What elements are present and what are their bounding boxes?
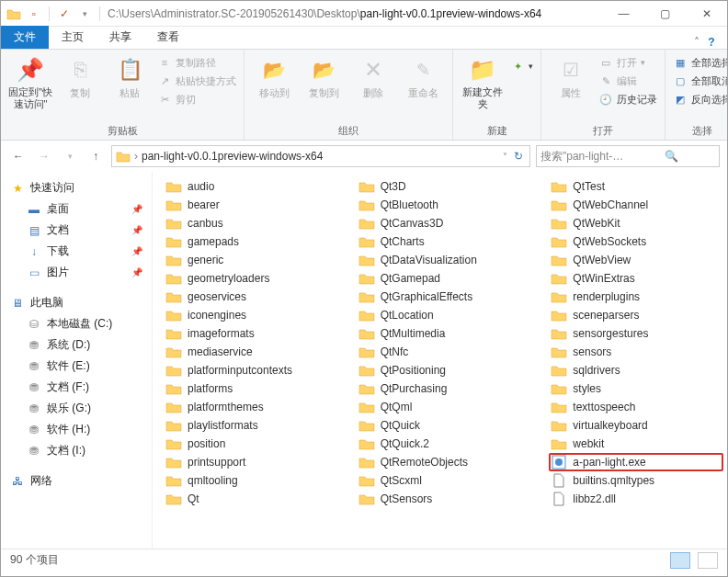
address-bar[interactable]: › pan-light-v0.0.1preview-windows-x64 ˅ … <box>111 145 530 167</box>
breadcrumb-folder[interactable]: pan-light-v0.0.1preview-windows-x64 <box>142 150 323 163</box>
list-item[interactable]: renderplugins <box>549 288 723 306</box>
open-button[interactable]: ▭打开▾ <box>598 55 657 70</box>
list-item[interactable]: geoservices <box>164 288 338 306</box>
list-item[interactable]: position <box>164 435 338 453</box>
list-item[interactable]: QtPositioning <box>357 361 531 379</box>
list-item[interactable]: QtMultimedia <box>357 324 531 343</box>
sidebar-network[interactable]: 🖧网络 <box>1 470 152 492</box>
rename-button[interactable]: ✎重命名 <box>401 53 445 100</box>
back-button[interactable]: ← <box>8 146 28 166</box>
list-item[interactable]: Qt <box>164 490 338 508</box>
list-item[interactable]: generic <box>164 251 338 269</box>
refresh-button[interactable]: ↻ <box>511 149 526 164</box>
search-icon[interactable]: 🔍 <box>628 149 715 164</box>
ribbon-collapse-icon[interactable]: ˄ <box>694 36 705 49</box>
list-item[interactable]: virtualkeyboard <box>549 416 723 435</box>
breadcrumb-sep[interactable]: › <box>134 150 138 163</box>
list-item[interactable]: QtGamepad <box>357 269 531 288</box>
list-item[interactable]: QtScxml <box>357 471 531 490</box>
details-view-button[interactable] <box>670 552 690 569</box>
list-item[interactable]: texttospeech <box>549 398 723 416</box>
edit-button[interactable]: ✎编辑 <box>598 74 657 88</box>
list-item[interactable]: QtWebSockets <box>549 232 723 251</box>
list-item[interactable]: QtCharts <box>357 232 531 251</box>
paste-shortcut-button[interactable]: ↗粘贴快捷方式 <box>157 74 236 88</box>
list-item[interactable]: builtins.qmltypes <box>549 471 723 490</box>
tab-share[interactable]: 共享 <box>97 26 144 49</box>
list-item[interactable]: QtWinExtras <box>549 269 723 288</box>
tab-file[interactable]: 文件 <box>1 26 49 49</box>
history-button[interactable]: 🕘历史记录 <box>598 92 657 107</box>
list-item[interactable]: imageformats <box>164 324 338 343</box>
list-item[interactable]: QtTest <box>549 177 723 196</box>
list-item[interactable]: gamepads <box>164 232 338 251</box>
sidebar-drive-f[interactable]: ⛃文档 (F:) <box>1 377 152 398</box>
list-item[interactable]: platforms <box>164 379 338 398</box>
minimize-button[interactable]: — <box>603 1 644 27</box>
list-item[interactable]: sensors <box>549 343 723 361</box>
maximize-button[interactable]: ▢ <box>644 1 686 27</box>
copy-button[interactable]: ⎘ 复制 <box>58 53 102 100</box>
dropdown-icon[interactable]: ▾ <box>77 6 92 21</box>
sidebar-drive-i[interactable]: ⛃文档 (I:) <box>1 440 152 461</box>
list-item[interactable]: webkit <box>549 435 723 453</box>
sidebar-drive-e[interactable]: ⛃软件 (E:) <box>1 356 152 377</box>
forward-button[interactable]: → <box>34 146 54 166</box>
paste-button[interactable]: 📋 粘贴 <box>108 53 152 100</box>
list-item[interactable]: platforminputcontexts <box>164 361 338 379</box>
sidebar-this-pc[interactable]: 🖥此电脑 <box>1 292 152 313</box>
search-box[interactable]: 搜索"pan-light-v0.0.1previe... 🔍 <box>536 145 720 167</box>
list-item[interactable]: bearer <box>164 196 338 214</box>
list-item[interactable]: QtBluetooth <box>357 196 531 214</box>
up-button[interactable]: ↑ <box>85 146 106 166</box>
list-item[interactable]: platformthemes <box>164 398 338 416</box>
check-icon[interactable]: ✓ <box>57 6 72 21</box>
list-item[interactable]: audio <box>164 177 338 196</box>
close-button[interactable]: ✕ <box>686 1 727 27</box>
list-item[interactable]: QtSensors <box>357 490 531 508</box>
pin-quickaccess-button[interactable]: 📌 固定到"快速访问" <box>8 53 52 110</box>
list-item[interactable]: printsupport <box>164 453 338 471</box>
delete-button[interactable]: ✕删除 <box>351 53 395 100</box>
recent-button[interactable]: ▾ <box>60 146 80 166</box>
list-item[interactable]: QtQuick <box>357 416 531 435</box>
list-item[interactable]: QtWebChannel <box>549 196 723 214</box>
list-item[interactable]: QtCanvas3D <box>357 214 531 232</box>
list-item[interactable]: QtWebView <box>549 251 723 269</box>
help-button[interactable]: ? <box>705 36 727 49</box>
list-item[interactable]: QtQuick.2 <box>357 435 531 453</box>
list-item[interactable]: geometryloaders <box>164 269 338 288</box>
select-all-button[interactable]: ▦全部选择 <box>673 55 728 70</box>
list-item[interactable]: sceneparsers <box>549 306 723 324</box>
list-item[interactable]: QtWebKit <box>549 214 723 232</box>
list-item[interactable]: libbz2.dll <box>549 490 723 508</box>
icons-view-button[interactable] <box>698 552 718 569</box>
list-item[interactable]: QtDataVisualization <box>357 251 531 269</box>
tab-home[interactable]: 主页 <box>49 26 97 49</box>
file-list[interactable]: audiobearercanbusgamepadsgenericgeometry… <box>153 172 727 549</box>
list-item[interactable]: mediaservice <box>164 343 338 361</box>
list-item[interactable]: iconengines <box>164 306 338 324</box>
list-item[interactable]: sqldrivers <box>549 361 723 379</box>
list-item[interactable]: QtPurchasing <box>357 379 531 398</box>
list-item[interactable]: playlistformats <box>164 416 338 435</box>
cut-button[interactable]: ✂剪切 <box>157 92 236 107</box>
sidebar-downloads[interactable]: ↓下载📌 <box>1 241 152 262</box>
sidebar-desktop[interactable]: ▬桌面📌 <box>1 198 152 220</box>
sidebar-drive-d[interactable]: ⛃系统 (D:) <box>1 334 152 356</box>
sidebar-pictures[interactable]: ▭图片📌 <box>1 262 152 283</box>
sidebar-drive-h[interactable]: ⛃软件 (H:) <box>1 419 152 440</box>
select-none-button[interactable]: ▢全部取消 <box>673 74 728 88</box>
list-item[interactable]: canbus <box>164 214 338 232</box>
sidebar-drive-g[interactable]: ⛃娱乐 (G:) <box>1 398 152 419</box>
list-item[interactable]: QtRemoteObjects <box>357 453 531 471</box>
list-item[interactable]: sensorgestures <box>549 324 723 343</box>
list-item-highlighted[interactable]: a-pan-light.exe <box>549 453 723 471</box>
list-item[interactable]: QtGraphicalEffects <box>357 288 531 306</box>
tab-view[interactable]: 查看 <box>144 26 192 49</box>
list-item[interactable]: styles <box>549 379 723 398</box>
addr-dropdown-icon[interactable]: ˅ <box>503 152 507 162</box>
sidebar-documents[interactable]: ▤文档📌 <box>1 220 152 241</box>
invert-selection-button[interactable]: ◩反向选择 <box>673 92 728 107</box>
copyto-button[interactable]: 📂复制到 <box>301 53 346 100</box>
